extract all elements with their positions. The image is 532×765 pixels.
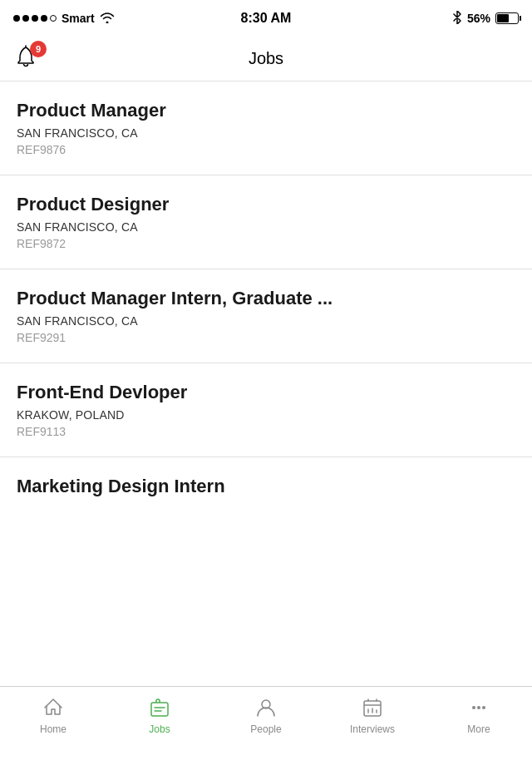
job-title: Product Designer — [17, 194, 515, 215]
job-ref: REF9876 — [17, 143, 515, 156]
notification-bell[interactable]: 9 — [13, 44, 43, 74]
svg-rect-1 — [151, 703, 168, 716]
signal-dot-5 — [50, 15, 57, 22]
status-left: Smart — [13, 12, 115, 26]
signal-dot-4 — [41, 15, 47, 22]
tab-jobs[interactable]: Jobs — [106, 695, 213, 735]
job-item[interactable]: Front-End Devloper KRAKOW, POLAND REF911… — [0, 363, 532, 457]
job-title: Product Manager Intern, Graduate ... — [17, 288, 515, 309]
status-bar: Smart 8:30 AM 56% — [0, 0, 532, 37]
jobs-icon — [147, 695, 172, 720]
job-ref: REF9291 — [17, 331, 515, 344]
more-icon — [466, 695, 491, 720]
job-list: Product Manager SAN FRANCISCO, CA REF987… — [0, 81, 532, 686]
tab-more[interactable]: More — [426, 695, 532, 735]
job-item[interactable]: Marketing Design Intern — [0, 457, 532, 511]
tab-interviews-label: Interviews — [350, 723, 395, 735]
job-item[interactable]: Product Designer SAN FRANCISCO, CA REF98… — [0, 175, 532, 269]
signal-dot-1 — [13, 15, 20, 22]
job-location: SAN FRANCISCO, CA — [17, 220, 515, 234]
svg-point-12 — [482, 706, 485, 709]
signal-dot-2 — [22, 15, 29, 22]
job-location: SAN FRANCISCO, CA — [17, 314, 515, 328]
job-item[interactable]: Product Manager Intern, Graduate ... SAN… — [0, 269, 532, 363]
tab-home[interactable]: Home — [0, 695, 106, 735]
job-item[interactable]: Product Manager SAN FRANCISCO, CA REF987… — [0, 81, 532, 175]
job-title: Front-End Devloper — [17, 382, 515, 403]
job-title: Product Manager — [17, 100, 515, 121]
job-ref: REF9872 — [17, 237, 515, 250]
status-right: 56% — [452, 11, 519, 27]
tab-bar: Home Jobs People — [0, 686, 532, 765]
job-ref: REF9113 — [17, 425, 515, 438]
page-title: Jobs — [249, 49, 283, 68]
wifi-icon — [100, 12, 115, 26]
people-icon — [254, 695, 278, 720]
tab-interviews[interactable]: Interviews — [319, 695, 426, 735]
signal-strength — [13, 15, 57, 22]
svg-point-10 — [472, 706, 475, 709]
carrier-name: Smart — [62, 12, 95, 25]
header: 9 Jobs — [0, 37, 532, 81]
interviews-icon — [360, 695, 385, 720]
battery-percent: 56% — [467, 12, 490, 25]
notification-badge: 9 — [30, 41, 47, 57]
home-icon — [41, 695, 66, 720]
status-time: 8:30 AM — [241, 11, 292, 26]
job-location: SAN FRANCISCO, CA — [17, 126, 515, 140]
job-title: Marketing Design Intern — [17, 476, 515, 497]
svg-point-11 — [477, 706, 480, 709]
tab-more-label: More — [467, 723, 490, 735]
tab-people-label: People — [250, 723, 281, 735]
signal-dot-3 — [32, 15, 38, 22]
bluetooth-icon — [452, 11, 462, 27]
battery-icon — [495, 12, 519, 24]
tab-home-label: Home — [40, 723, 66, 735]
job-location: KRAKOW, POLAND — [17, 408, 515, 422]
tab-jobs-label: Jobs — [149, 723, 170, 735]
tab-people[interactable]: People — [213, 695, 319, 735]
